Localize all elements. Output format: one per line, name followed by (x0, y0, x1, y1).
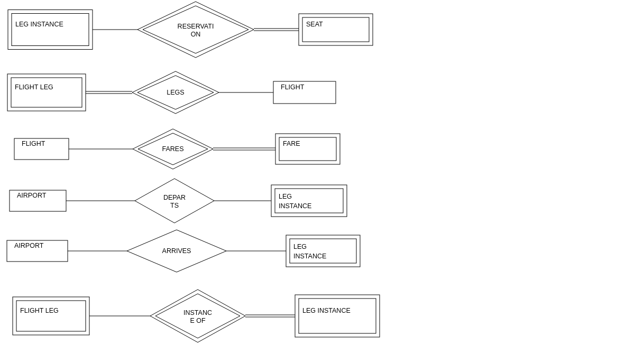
entity-label: FLIGHT (281, 83, 305, 91)
entity-label: RESERVATI (178, 23, 214, 30)
entity-right-4 (286, 235, 360, 267)
entity-left-1-inner (11, 78, 82, 107)
entity-left-0 (8, 10, 93, 50)
entity-label: E OF (190, 317, 206, 324)
entity-label: FLIGHT LEG (20, 307, 59, 314)
entity-label: DEPAR (163, 194, 186, 201)
entity-label: LEG (293, 243, 307, 250)
entity-right-0 (299, 14, 373, 45)
entity-label: AIRPORT (14, 242, 44, 249)
entity-label: FLIGHT (22, 140, 45, 147)
entity-label: AIRPORT (17, 192, 47, 199)
entity-label: TS (170, 202, 179, 209)
entity-label: LEG INSTANCE (302, 307, 351, 314)
entity-left-1 (7, 74, 86, 111)
entity-label: INSTANCE (279, 202, 311, 210)
entity-right-5 (295, 295, 380, 337)
entity-left-5-inner (16, 301, 86, 331)
entity-right-3 (271, 185, 347, 217)
entity-label: FLIGHT LEG (15, 83, 53, 91)
entity-right-5-inner (299, 299, 376, 333)
entity-label: LEG INSTANCE (15, 21, 63, 28)
entity-label: LEG (279, 193, 292, 200)
entity-label: ON (191, 31, 201, 38)
entity-label: FARES (162, 145, 184, 153)
entity-label: INSTANC (183, 309, 212, 316)
entity-label: ARRIVES (162, 247, 191, 255)
entity-left-5 (13, 297, 89, 335)
entity-label: SEAT (306, 21, 323, 28)
entity-label: INSTANCE (293, 253, 326, 260)
entity-left-0-inner (12, 14, 89, 46)
entity-right-2 (275, 134, 340, 164)
entity-label: LEGS (167, 89, 184, 96)
entity-label: FARE (283, 140, 300, 147)
